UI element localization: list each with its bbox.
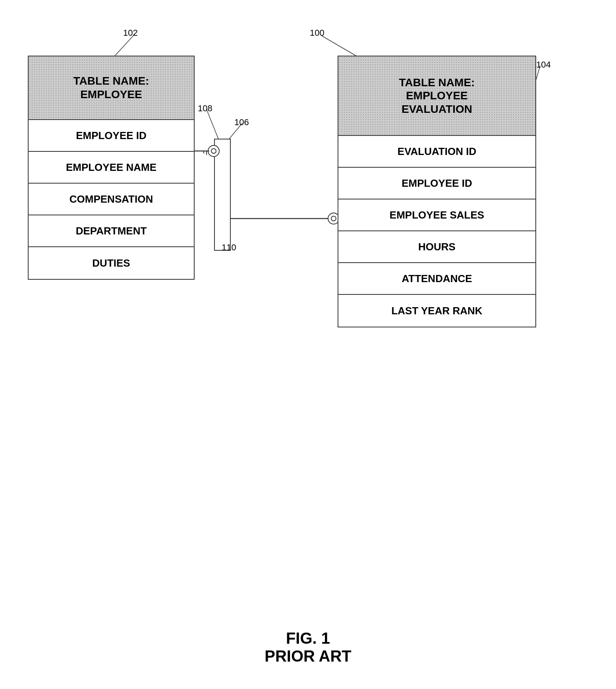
svg-rect-7 xyxy=(214,139,230,250)
table-row-hours: HOURS xyxy=(338,231,535,263)
table-row-department: DEPARTMENT xyxy=(29,215,194,247)
table-row-employee-name: EMPLOYEE NAME xyxy=(29,152,194,184)
svg-point-9 xyxy=(208,145,219,157)
figure-caption: FIG. 1 PRIOR ART xyxy=(265,629,351,665)
table-row-attendance: ATTENDANCE xyxy=(338,263,535,295)
svg-point-10 xyxy=(211,149,216,153)
table-row-evaluation-id: EVALUATION ID xyxy=(338,136,535,168)
table-row-last-year-rank: LAST YEAR RANK xyxy=(338,295,535,327)
svg-line-5 xyxy=(214,226,222,240)
svg-line-4 xyxy=(207,109,218,139)
table-row-compensation: COMPENSATION xyxy=(29,184,194,215)
table-row-employee-sales: EMPLOYEE SALES xyxy=(338,199,535,231)
table-row-employee-id: EMPLOYEE ID xyxy=(29,120,194,152)
table-employee: TABLE NAME:EMPLOYEE EMPLOYEE ID EMPLOYEE… xyxy=(28,56,195,280)
ref-100: 100 xyxy=(310,28,324,38)
table-row-eval-employee-id: EMPLOYEE ID xyxy=(338,168,535,199)
svg-point-15 xyxy=(331,216,336,221)
ref-104: 104 xyxy=(536,60,551,70)
prior-art-label: PRIOR ART xyxy=(265,647,351,665)
ref-106: 106 xyxy=(234,117,249,128)
table-row-duties: DUTIES xyxy=(29,247,194,279)
table-employee-header: TABLE NAME:EMPLOYEE xyxy=(29,56,194,120)
ref-108: 108 xyxy=(198,103,212,114)
diagram-area: 100 102 104 106 108 110 TABLE NAME:EMPLO… xyxy=(12,24,604,580)
ref-110: 110 xyxy=(222,242,236,253)
table-evaluation: TABLE NAME:EMPLOYEEEVALUATION EVALUATION… xyxy=(338,56,536,327)
table-evaluation-header: TABLE NAME:EMPLOYEEEVALUATION xyxy=(338,56,535,136)
fig-label: FIG. 1 xyxy=(265,629,351,647)
ref-102: 102 xyxy=(123,28,138,38)
